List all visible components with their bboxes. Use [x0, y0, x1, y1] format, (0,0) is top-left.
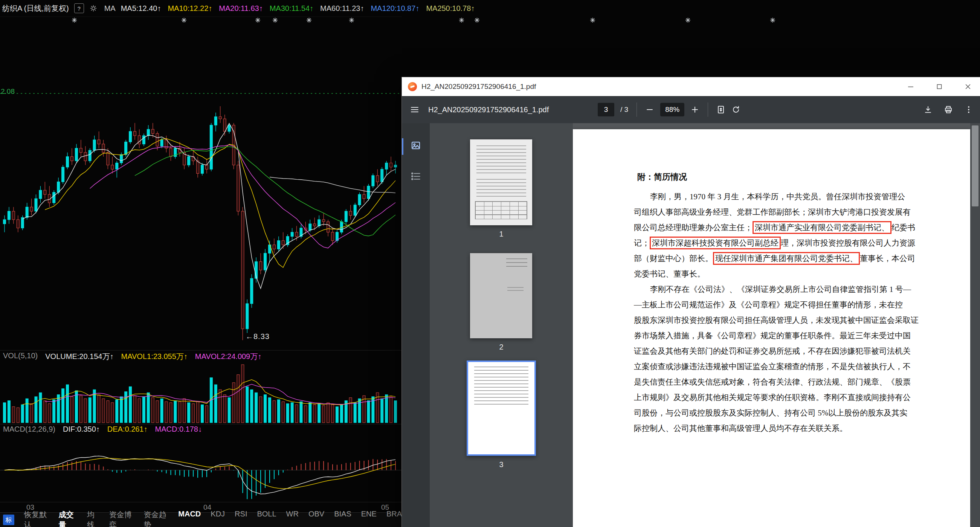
event-marker-icon [72, 18, 77, 24]
page-count-label: / 3 [620, 105, 628, 114]
thumbnail-label: 3 [430, 460, 573, 469]
page-thumbnail-1[interactable] [470, 139, 532, 225]
indicator-tabs: 恢复默认成交量均线资金博弈资金趋势MACDKDJRSIBOLLWROBVBIAS… [24, 509, 402, 527]
pdf-toolbar: H2_AN202509291752906416_1.pdf 3 / 3 88% [402, 96, 980, 123]
document-line: 部（财监中心）部长。现任深圳市通产集团有限公司党委书记、董事长，本公司 [634, 251, 928, 266]
document-line: 立案侦查或涉嫌违法违规被中国证监会立案稽查的情形，不是失信被执行人，不 [634, 359, 928, 374]
thumbnail-text-lines [508, 287, 523, 292]
indicator-value: MA30:11.54↑ [270, 4, 313, 13]
indicator-value: MA5:12.40↑ [121, 4, 161, 13]
event-marker-icon [685, 18, 691, 24]
indicator-value: MA20:11.63↑ [219, 4, 262, 13]
thumbnail-text-lines [476, 179, 526, 198]
zoom-out-icon[interactable] [645, 105, 654, 114]
chart-header-bar: 纺织A (日线,前复权) ? MA MA5:12.40↑MA10:12.22↑M… [0, 0, 980, 17]
indicator-tab-RSI[interactable]: RSI [235, 509, 247, 527]
indicator-tab-BIAS[interactable]: BIAS [334, 509, 352, 527]
indicator-value: DEA:0.261↑ [107, 425, 148, 433]
indicator-value: MAVOL1:23.055万↑ [121, 352, 187, 361]
indicator-tab-资金趋势[interactable]: 资金趋势 [144, 509, 169, 527]
thumbnail-label: 2 [430, 343, 573, 352]
candlestick-chart[interactable] [0, 0, 402, 527]
document-line: 上市规则》及交易所其他相关规定等要求的任职资格。李刚不直接或间接持有公 [634, 390, 928, 405]
pdf-main-view: 附：简历情况 李刚，男，1970 年 3 月生，本科学历，中共党员。曾任深圳市投… [573, 123, 970, 527]
page-thumbnail-2[interactable] [470, 253, 532, 338]
more-options-icon[interactable] [964, 105, 973, 114]
indicator-value: MACD(12,26,9) [3, 425, 56, 433]
document-line: 记；深圳市深超科技投资有限公司副总经理，深圳市投资控股有限公司人力资源 [634, 236, 928, 251]
pdf-content: 1 2 3 附：简历情况 李刚，男，1970 年 3 月生，本科学历，中共党员。… [402, 123, 980, 527]
document-line: 股股东深圳市投资控股有限公司担任高级管理人员，未发现其被中国证监会采取证 [634, 313, 928, 328]
event-marker-icon [255, 18, 261, 24]
indicator-badge[interactable]: 标 [3, 514, 14, 525]
toolbar-divider [708, 102, 708, 117]
indicator-tab-BOLL[interactable]: BOLL [257, 509, 276, 527]
print-icon[interactable] [944, 105, 953, 114]
document-heading: 附：简历情况 [637, 171, 687, 183]
indicator-tab-资金博弈[interactable]: 资金博弈 [109, 509, 134, 527]
ma-group-label: MA [104, 4, 116, 13]
close-button[interactable] [956, 77, 980, 96]
indicator-value: MAVOL2:24.009万↑ [195, 352, 261, 361]
rotate-icon[interactable] [732, 105, 740, 114]
thumbnail-text-lines [474, 366, 528, 405]
help-button[interactable]: ? [74, 3, 84, 13]
indicator-tab-ENE[interactable]: ENE [361, 509, 377, 527]
thumbnail-text-lines [476, 145, 526, 175]
gear-icon[interactable] [89, 4, 97, 13]
event-marker-icon [181, 18, 187, 24]
indicator-tab-WR[interactable]: WR [286, 509, 299, 527]
viewer-sidebar [402, 123, 430, 527]
event-marker-icon [590, 18, 595, 24]
desktop: 纺织A (日线,前复权) ? MA MA5:12.40↑MA10:12.22↑M… [0, 0, 980, 527]
indicator-tab-bar: 标 恢复默认成交量均线资金博弈资金趋势MACDKDJRSIBOLLWROBVBI… [0, 512, 402, 527]
outline-view-icon[interactable] [410, 170, 422, 182]
pdf-viewer-window: H2_AN202509291752906416_1.pdf H2_AN20250… [402, 77, 980, 527]
event-marker-icon [459, 18, 465, 24]
highlight-box: 现任深圳市通产集团有限公司党委书记、 [713, 252, 860, 265]
thumbnail-text-lines [506, 258, 527, 267]
document-line: 李刚，男，1970 年 3 月生，本科学历，中共党员。曾任深圳市投资管理公 [634, 189, 928, 205]
thumbnails-view-icon[interactable] [410, 140, 422, 151]
pdf-text-body: 李刚，男，1970 年 3 月生，本科学历，中共党员。曾任深圳市投资管理公司组织… [634, 189, 928, 436]
volume-header: VOL(5,10)VOLUME:20.154万↑MAVOL1:23.055万↑M… [3, 352, 261, 361]
price-axis-label: 2.08 [1, 88, 15, 96]
document-line: 限公司总经理助理兼办公室主任；深圳市通产实业有限公司党委副书记、纪委书 [634, 220, 928, 236]
highlight-box: 深圳市通产实业有限公司党委副书记、 [752, 221, 891, 234]
minimize-button[interactable] [899, 77, 923, 96]
pdf-page: 附：简历情况 李刚，男，1970 年 3 月生，本科学历，中共党员。曾任深圳市投… [573, 129, 970, 527]
indicator-value: MA10:12.22↑ [168, 4, 212, 13]
document-line: 券市场禁入措施，具备《公司章程》规定的董事任职条件。最近三年未受过中国 [634, 328, 928, 344]
indicator-tab-KDJ[interactable]: KDJ [210, 509, 225, 527]
indicator-value: MACD:0.178↓ [155, 425, 202, 433]
scrollbar-thumb[interactable] [972, 126, 978, 207]
scrollbar[interactable] [970, 123, 980, 527]
indicator-tab-恢复默认[interactable]: 恢复默认 [24, 509, 49, 527]
event-markers [0, 18, 980, 25]
document-line: 党委书记、董事长。 [634, 266, 928, 282]
indicator-tab-成交量[interactable]: 成交量 [59, 509, 77, 527]
fit-page-icon[interactable] [716, 105, 725, 114]
indicator-value: MA250:10.78↑ [426, 4, 474, 13]
menu-icon[interactable] [410, 105, 419, 114]
page-thumbnail-3-selected[interactable] [467, 360, 536, 456]
zoom-in-icon[interactable] [690, 105, 699, 114]
highlight-box: 深圳市深超科技投资有限公司副总经 [650, 237, 781, 249]
indicator-tab-BRA[interactable]: BRA [387, 509, 402, 527]
document-line: 际控制人、公司其他董事和高级管理人员均不存在关联关系。 [634, 421, 928, 436]
event-marker-icon [770, 18, 775, 24]
indicator-tab-均线[interactable]: 均线 [87, 509, 99, 527]
document-line: 司组织人事部高级业务经理、党群工作部副部长；深圳市大铲湾港口投资发展有 [634, 205, 928, 220]
indicator-tab-MACD[interactable]: MACD [178, 509, 201, 527]
ma-legend: MA5:12.40↑MA10:12.22↑MA20:11.63↑MA30:11.… [121, 4, 475, 13]
macd-header: MACD(12,26,9)DIF:0.350↑DEA:0.261↑MACD:0.… [3, 425, 202, 433]
page-number-input[interactable]: 3 [598, 103, 614, 116]
indicator-value: VOL(5,10) [3, 352, 38, 361]
indicator-tab-OBV[interactable]: OBV [309, 509, 324, 527]
download-icon[interactable] [923, 105, 932, 114]
indicator-value: VOLUME:20.154万↑ [45, 352, 113, 361]
pdf-file-icon [408, 82, 417, 91]
maximize-button[interactable] [927, 77, 951, 96]
thumbnail-table [475, 201, 527, 219]
toolbar-filename: H2_AN202509291752906416_1.pdf [428, 105, 549, 114]
